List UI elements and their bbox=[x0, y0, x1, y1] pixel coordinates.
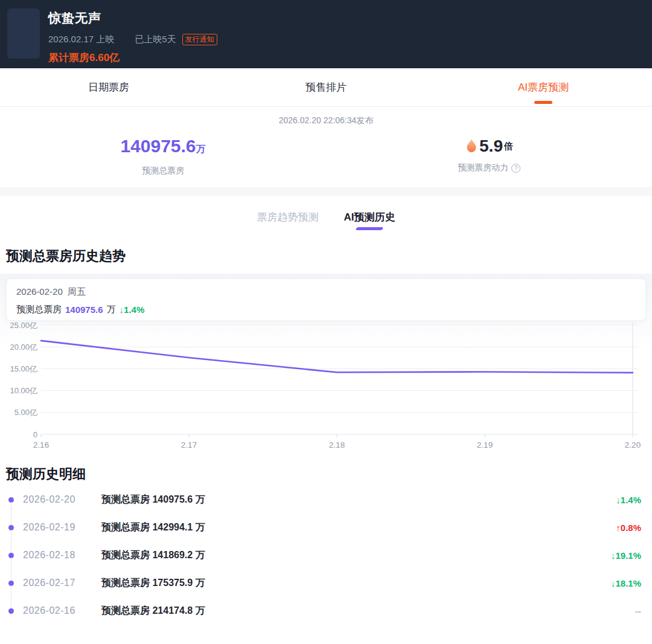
history-value: 预测总票房 214174.8 万 bbox=[101, 605, 205, 617]
tab-label: 预售排片 bbox=[305, 80, 347, 94]
svg-text:2.18: 2.18 bbox=[329, 440, 345, 449]
history-section-title: 预测历史明细 bbox=[6, 465, 652, 483]
tooltip-label: 预测总票房 bbox=[16, 304, 62, 315]
subtab-underline bbox=[356, 227, 383, 230]
subtab-label: AI预测历史 bbox=[344, 211, 395, 223]
history-list: 2026-02-20 预测总票房 140975.6 万 ↓1.4% 2026-0… bbox=[0, 483, 652, 625]
history-value: 预测总票房 141869.2 万 bbox=[101, 549, 205, 562]
history-date: 2026-02-19 bbox=[23, 522, 94, 533]
tooltip-change: ↓1.4% bbox=[120, 304, 145, 315]
subtab-ai-history[interactable]: AI预测历史 bbox=[344, 210, 395, 230]
tab-underline bbox=[534, 101, 552, 104]
cumulative-box-office: 累计票房6.60亿 bbox=[48, 51, 217, 65]
main-tabbar: 日期票房 预售排片 AI票房预测 bbox=[0, 68, 652, 107]
movie-poster[interactable] bbox=[7, 8, 40, 59]
predicted-total-value: 140975.6 bbox=[120, 136, 196, 156]
timeline-dot-icon bbox=[8, 608, 14, 614]
svg-text:2.17: 2.17 bbox=[181, 440, 197, 449]
history-value: 预测总票房 140975.6 万 bbox=[101, 494, 205, 506]
history-change: ↑0.8% bbox=[616, 523, 641, 533]
flame-icon bbox=[465, 138, 478, 154]
svg-text:2.19: 2.19 bbox=[477, 440, 493, 449]
momentum-unit: 倍 bbox=[504, 136, 513, 156]
trend-section-title: 预测总票房历史趋势 bbox=[6, 247, 652, 265]
svg-text:0: 0 bbox=[33, 430, 37, 439]
movie-header: 惊蛰无声 2026.02.17 上映 已上映5天 发行通知 累计票房6.60亿 bbox=[0, 0, 652, 68]
tooltip-date: 2026-02-20 bbox=[16, 286, 63, 297]
history-date: 2026-02-20 bbox=[23, 494, 94, 505]
trend-line-chart[interactable]: 05.00亿10.00亿15.00亿20.00亿25.00亿2.162.172.… bbox=[0, 321, 652, 457]
history-value: 预测总票房 175375.9 万 bbox=[101, 577, 205, 590]
prediction-summary: 2026.02.20 22:06:34发布 140975.6万 预测总票房 5.… bbox=[0, 107, 652, 187]
history-row: 2026-02-20 预测总票房 140975.6 万 ↓1.4% bbox=[0, 486, 652, 514]
subtab-trend-forecast[interactable]: 票房趋势预测 bbox=[257, 210, 319, 230]
tab-daily-box-office[interactable]: 日期票房 bbox=[0, 68, 217, 106]
tab-ai-prediction[interactable]: AI票房预测 bbox=[435, 68, 652, 106]
svg-text:10.00亿: 10.00亿 bbox=[10, 386, 37, 395]
momentum-block: 5.9倍 预测票房动力 ? bbox=[326, 136, 652, 176]
predicted-total-label: 预测总票房 bbox=[142, 166, 184, 176]
history-row: 2026-02-16 预测总票房 214174.8 万 -- bbox=[0, 597, 652, 625]
help-icon[interactable]: ? bbox=[511, 164, 520, 173]
trend-chart-area: 2026-02-20 周五 预测总票房 140975.6 万 ↓1.4% 05.… bbox=[0, 274, 652, 457]
subtab-label: 票房趋势预测 bbox=[257, 211, 319, 223]
tooltip-weekday: 周五 bbox=[68, 286, 86, 297]
history-change: -- bbox=[635, 606, 641, 616]
tab-label: 日期票房 bbox=[88, 80, 129, 94]
momentum-value: 5.9 bbox=[479, 136, 503, 156]
svg-text:20.00亿: 20.00亿 bbox=[10, 343, 37, 352]
tooltip-unit: 万 bbox=[107, 304, 116, 315]
tab-label: AI票房预测 bbox=[518, 80, 569, 94]
days-on-screen: 已上映5天 bbox=[135, 34, 176, 45]
release-notice-badge[interactable]: 发行通知 bbox=[182, 34, 217, 45]
svg-text:5.00亿: 5.00亿 bbox=[14, 408, 37, 417]
history-date: 2026-02-18 bbox=[23, 550, 94, 561]
svg-text:15.00亿: 15.00亿 bbox=[10, 364, 37, 373]
history-row: 2026-02-19 预测总票房 142994.1 万 ↑0.8% bbox=[0, 514, 652, 541]
history-value: 预测总票房 142994.1 万 bbox=[101, 521, 205, 534]
svg-text:2.20: 2.20 bbox=[625, 440, 641, 449]
tab-presale-schedule[interactable]: 预售排片 bbox=[217, 68, 435, 106]
history-date: 2026-02-16 bbox=[23, 605, 94, 616]
predicted-total-block: 140975.6万 预测总票房 bbox=[0, 136, 326, 176]
history-change: ↓18.1% bbox=[611, 578, 641, 588]
section-divider bbox=[0, 187, 652, 196]
tooltip-value: 140975.6 bbox=[65, 304, 103, 315]
history-change: ↓1.4% bbox=[616, 495, 641, 505]
history-date: 2026-02-17 bbox=[23, 578, 94, 588]
history-row: 2026-02-17 预测总票房 175375.9 万 ↓18.1% bbox=[0, 569, 652, 597]
svg-text:25.00亿: 25.00亿 bbox=[10, 321, 37, 330]
chart-tooltip: 2026-02-20 周五 预测总票房 140975.6 万 ↓1.4% bbox=[6, 279, 646, 321]
predicted-total-unit: 万 bbox=[196, 144, 206, 154]
history-change: ↓19.1% bbox=[611, 550, 641, 561]
release-date: 2026.02.17 上映 bbox=[48, 34, 114, 45]
movie-title: 惊蛰无声 bbox=[48, 10, 217, 27]
svg-text:2.16: 2.16 bbox=[33, 440, 49, 449]
prediction-subtabs: 票房趋势预测 AI预测历史 bbox=[0, 196, 652, 239]
momentum-label: 预测票房动力 bbox=[458, 163, 508, 173]
publish-time: 2026.02.20 22:06:34发布 bbox=[0, 115, 652, 126]
history-row: 2026-02-18 预测总票房 141869.2 万 ↓19.1% bbox=[0, 541, 652, 569]
